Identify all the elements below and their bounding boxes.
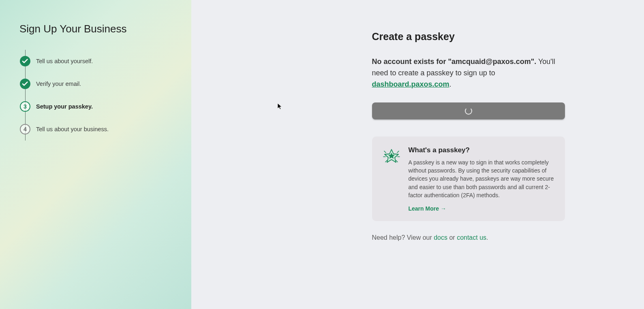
intro-text: No account exists for "amcquaid@paxos.co… (372, 56, 565, 90)
svg-line-3 (397, 151, 399, 153)
step-about-yourself: Tell us about yourself. (26, 50, 172, 72)
learn-more-label: Learn More (409, 205, 439, 212)
info-body: What's a passkey? A passkey is a new way… (409, 146, 555, 212)
learn-more-link[interactable]: Learn More → (409, 205, 446, 212)
content-column: Create a passkey No account exists for "… (372, 31, 565, 309)
step-number-icon: 3 (20, 101, 30, 112)
signup-sidebar: Sign Up Your Business Tell us about your… (0, 0, 191, 309)
svg-line-7 (396, 160, 398, 162)
create-passkey-button[interactable] (372, 102, 565, 119)
loading-spinner-icon (465, 107, 472, 115)
check-circle-icon (20, 79, 30, 89)
passkey-info-card: What's a passkey? A passkey is a new way… (372, 136, 565, 221)
svg-line-6 (385, 160, 387, 162)
contact-us-link[interactable]: contact us (457, 234, 486, 241)
docs-link[interactable]: docs (434, 234, 447, 241)
star-badge-icon (382, 146, 401, 212)
intro-period: . (449, 80, 451, 88)
intro-email: amcquaid@paxos.com (451, 58, 531, 66)
help-prefix: Need help? View our (372, 234, 434, 241)
dashboard-link[interactable]: dashboard.paxos.com (372, 80, 449, 88)
step-label: Verify your email. (36, 81, 81, 87)
arrow-right-icon: → (441, 205, 446, 212)
step-verify-email: Verify your email. (26, 72, 172, 95)
step-label: Tell us about yourself. (36, 58, 93, 64)
help-or: or (447, 234, 457, 241)
page-title: Create a passkey (372, 31, 565, 43)
step-label: Setup your passkey. (36, 103, 93, 110)
main-pane: Create a passkey No account exists for "… (191, 0, 644, 309)
signup-steps: Tell us about yourself. Verify your emai… (25, 50, 172, 141)
step-number-icon: 4 (20, 124, 30, 134)
check-circle-icon (20, 56, 30, 66)
help-line: Need help? View our docs or contact us. (372, 234, 565, 241)
help-period: . (486, 234, 488, 241)
intro-bold: No account exists for "amcquaid@paxos.co… (372, 58, 537, 66)
step-about-business: 4 Tell us about your business. (26, 118, 172, 141)
step-setup-passkey: 3 Setup your passkey. (26, 95, 172, 118)
svg-line-2 (384, 151, 386, 153)
sidebar-title: Sign Up Your Business (19, 23, 172, 35)
step-label: Tell us about your business. (36, 126, 109, 132)
info-text: A passkey is a new way to sign in that w… (409, 158, 555, 199)
info-title: What's a passkey? (409, 146, 555, 154)
